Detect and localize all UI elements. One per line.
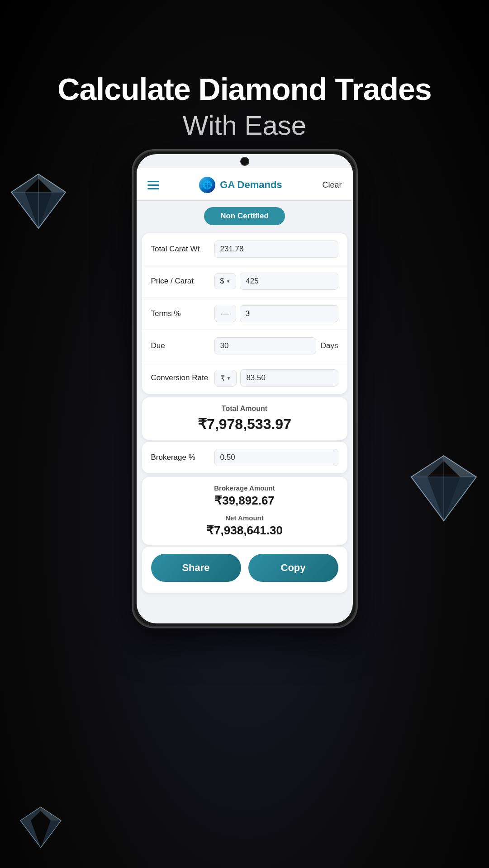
phone-camera (240, 157, 249, 166)
app-name: GA Demands (220, 179, 282, 191)
hero-subtitle: With Ease (0, 110, 489, 141)
brokerage-amount-label: Brokerage Amount (151, 484, 338, 492)
share-button[interactable]: Share (151, 554, 241, 582)
diamond-decoration-bottom-left (18, 805, 63, 850)
total-amount-section: Total Amount ₹7,978,533.97 (142, 397, 347, 440)
certification-badge[interactable]: Non Certified (204, 207, 285, 225)
total-carat-row: Total Carat Wt 231.78 (142, 233, 347, 265)
conversion-currency-arrow: ▼ (227, 376, 231, 381)
terms-label: Terms % (151, 309, 214, 318)
net-amount-value: ₹7,938,641.30 (151, 524, 338, 538)
terms-row: Terms % — 3 (142, 297, 347, 330)
logo-globe-icon: 🌐 (199, 177, 215, 193)
price-currency-symbol: $ (220, 277, 224, 285)
hero-title: Calculate Diamond Trades (0, 72, 489, 106)
net-amount-label: Net Amount (151, 514, 338, 522)
clear-button[interactable]: Clear (322, 180, 342, 190)
conversion-rate-input[interactable]: 83.50 (240, 369, 338, 387)
conversion-currency-selector[interactable]: ₹ ▼ (214, 370, 237, 387)
diamond-decoration-right (408, 452, 480, 524)
badge-row: Non Certified (137, 201, 353, 230)
svg-marker-1 (38, 174, 66, 192)
svg-marker-18 (20, 807, 41, 821)
total-amount-label: Total Amount (151, 405, 338, 413)
brokerage-label: Brokerage % (151, 453, 214, 462)
svg-marker-17 (41, 807, 61, 821)
menu-icon[interactable] (147, 181, 159, 189)
conversion-currency-symbol: ₹ (220, 374, 225, 382)
app-header: 🌐 GA Demands Clear (137, 168, 353, 201)
brokerage-amount-section: Brokerage Amount ₹39,892.67 Net Amount ₹… (142, 477, 347, 545)
due-label: Due (151, 341, 214, 350)
conversion-rate-row: Conversion Rate ₹ ▼ 83.50 (142, 362, 347, 394)
terms-minus-button[interactable]: — (214, 305, 236, 322)
due-row: Due 30 Days (142, 330, 347, 362)
conversion-rate-label: Conversion Rate (151, 373, 214, 382)
diamond-decoration-left (9, 172, 68, 231)
phone-screen: 🌐 GA Demands Clear Non Certified Total C… (137, 154, 353, 623)
brokerage-input[interactable]: 0.50 (214, 449, 338, 466)
price-carat-input[interactable]: 425 (240, 273, 338, 290)
due-input[interactable]: 30 (214, 337, 316, 354)
brokerage-card: Brokerage % 0.50 (142, 442, 347, 473)
price-carat-label: Price / Carat (151, 277, 214, 286)
price-currency-arrow: ▼ (226, 279, 230, 284)
brokerage-amount-value: ₹39,892.67 (151, 494, 338, 508)
due-days-label: Days (321, 341, 338, 350)
copy-button[interactable]: Copy (248, 554, 338, 582)
price-carat-row: Price / Carat $ ▼ 425 (142, 265, 347, 297)
phone-frame: 🌐 GA Demands Clear Non Certified Total C… (132, 149, 358, 628)
terms-input[interactable]: 3 (240, 305, 338, 322)
total-amount-value: ₹7,978,533.97 (151, 415, 338, 433)
total-carat-input[interactable]: 231.78 (214, 241, 338, 258)
price-currency-selector[interactable]: $ ▼ (214, 273, 237, 289)
action-buttons-section: Share Copy (142, 547, 347, 593)
brokerage-row: Brokerage % 0.50 (142, 442, 347, 473)
main-form-card: Total Carat Wt 231.78 Price / Carat $ ▼ … (142, 233, 347, 394)
hero-section: Calculate Diamond Trades With Ease (0, 72, 489, 141)
app-logo: 🌐 GA Demands (199, 177, 282, 193)
svg-marker-20 (41, 821, 61, 848)
total-carat-label: Total Carat Wt (151, 245, 214, 254)
svg-marker-2 (11, 174, 38, 192)
svg-marker-19 (20, 821, 41, 848)
